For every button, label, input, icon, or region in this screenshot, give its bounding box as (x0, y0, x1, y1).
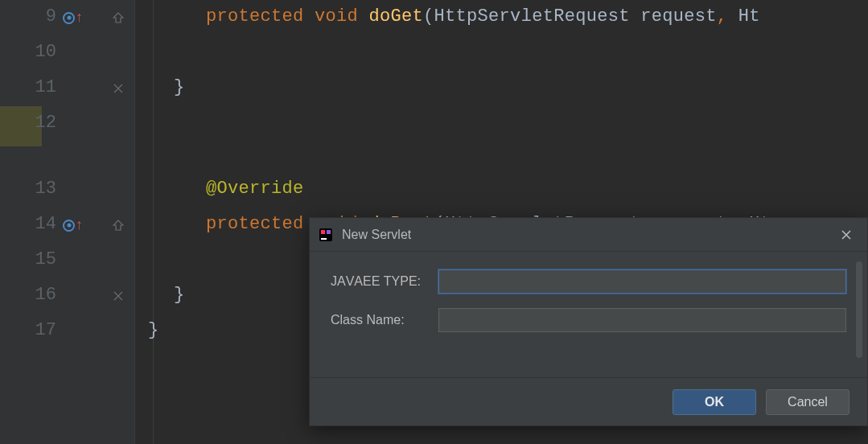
code-line: @Override (206, 179, 304, 199)
fold-end-icon[interactable] (113, 290, 124, 302)
cancel-button[interactable]: Cancel (766, 389, 849, 415)
svg-rect-1 (321, 230, 325, 234)
class-name-input[interactable] (438, 308, 846, 332)
code-line: protected void doGet(HttpServletRequest … (206, 6, 760, 27)
ok-button[interactable]: OK (673, 389, 756, 415)
fold-end-icon[interactable] (113, 83, 124, 94)
class-name-label: Class Name: (331, 313, 438, 327)
svg-rect-3 (321, 238, 327, 240)
fold-collapse-icon[interactable] (113, 220, 124, 231)
line-number: 9 (46, 6, 56, 27)
code-line: } (174, 77, 185, 97)
code-line: } (148, 320, 159, 340)
intellij-icon (318, 227, 334, 243)
new-servlet-dialog: New Servlet JAVAEE TYPE: Class Name: OK … (309, 217, 868, 426)
fold-collapse-icon[interactable] (113, 12, 124, 23)
left-margin-gutter: 9 10 11 12 13 14 15 16 17 (0, 0, 63, 444)
line-number: 16 (35, 285, 56, 305)
line-number: 11 (35, 77, 56, 97)
code-line: } (174, 285, 185, 305)
javaee-type-input[interactable] (438, 269, 846, 294)
override-marker-icon[interactable]: ↑ (63, 218, 83, 232)
line-number: 15 (35, 249, 56, 269)
line-number: 10 (35, 42, 56, 62)
dialog-title: New Servlet (342, 228, 835, 242)
dialog-body: JAVAEE TYPE: Class Name: (310, 252, 867, 377)
indent-guide (153, 0, 154, 444)
dialog-button-bar: OK Cancel (310, 377, 867, 426)
marker-gutter: ↑ ↑ (63, 0, 101, 444)
line-number: 12 (35, 113, 56, 133)
javaee-type-label: JAVAEE TYPE: (331, 274, 438, 289)
line-number: 13 (35, 179, 56, 199)
svg-rect-2 (327, 230, 331, 234)
line-number: 17 (35, 320, 56, 340)
dialog-titlebar[interactable]: New Servlet (310, 218, 867, 252)
override-marker-icon[interactable]: ↑ (63, 10, 83, 25)
line-number: 14 (35, 214, 56, 234)
fold-gutter (101, 0, 135, 444)
dialog-scrollbar[interactable] (856, 261, 862, 358)
close-icon[interactable] (835, 224, 858, 246)
